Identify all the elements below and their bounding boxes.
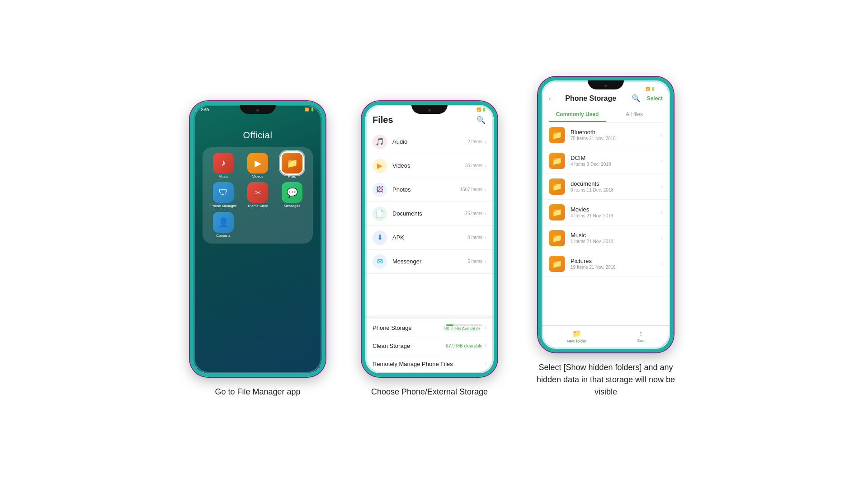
new-folder-button[interactable]: 📁 New folder bbox=[567, 329, 586, 343]
dcim-folder-info: DCIM 4 Items 3 Dec. 2018 bbox=[571, 155, 661, 167]
video-file-icon: ▶ bbox=[373, 159, 387, 173]
file-item-apk[interactable]: ⬇ APK 0 Items › bbox=[365, 226, 494, 250]
msg-file-icon: ✉ bbox=[373, 254, 387, 269]
folder-bluetooth[interactable]: 📁 Bluetooth 75 Items 21 Nov. 2018 › bbox=[542, 122, 670, 148]
folder-pictures[interactable]: 📁 Pictures 19 Items 21 Nov. 2018 › bbox=[542, 251, 670, 277]
videos-app-label: Videos bbox=[252, 175, 263, 179]
phone-storage-info: 90.2 GB Available bbox=[444, 326, 480, 331]
tab-commonly-used[interactable]: Commonly Used bbox=[549, 108, 606, 122]
file-item-photos[interactable]: 🖼 Photos 1507 Items › bbox=[365, 178, 494, 202]
msg-file-name: Messenger bbox=[392, 258, 467, 265]
notch-2 bbox=[411, 105, 448, 114]
phone-frame-1: 2:59 📶 🔋 Official ♪ Music bbox=[190, 101, 326, 377]
phone-manager-label: Phone Manager bbox=[211, 204, 236, 208]
audio-chevron: › bbox=[485, 139, 486, 145]
app-theme-store[interactable]: ✂ Theme Store bbox=[247, 182, 268, 208]
phone-wrapper-2: 2:59 📶 🔋 Files 🔍 🎵 Audio bbox=[362, 101, 497, 377]
phone-manager-icon: 🛡 bbox=[213, 182, 234, 203]
status-icons-1: 📶 🔋 bbox=[305, 108, 315, 112]
movies-folder-info: Movies 4 Items 21 Nov. 2018 bbox=[571, 206, 661, 218]
status-icons-3: 📶 🔋 bbox=[646, 87, 656, 91]
music-app-icon: ♪ bbox=[213, 153, 234, 174]
apk-file-icon: ⬇ bbox=[373, 230, 387, 245]
theme-store-label: Theme Store bbox=[247, 204, 268, 208]
remote-manage-name: Remotely Manage Phone Files bbox=[373, 361, 485, 367]
clean-storage-name: Clean Storage bbox=[373, 343, 446, 349]
apk-file-count: 0 Items bbox=[467, 235, 482, 240]
bluetooth-folder-icon: 📁 bbox=[549, 127, 565, 143]
caption-2: Choose Phone/External Storage bbox=[371, 386, 488, 398]
movies-folder-icon: 📁 bbox=[549, 204, 565, 221]
new-folder-icon: 📁 bbox=[572, 329, 581, 338]
doc-file-name: Documents bbox=[392, 210, 465, 217]
phones-row: 2:59 📶 🔋 Official ♪ Music bbox=[190, 77, 678, 398]
phone-storage-item[interactable]: Phone Storage 90.2 GB Available › bbox=[365, 319, 494, 337]
time-3: 3:00 bbox=[556, 87, 564, 91]
notch-3 bbox=[588, 80, 624, 89]
folder-dcim[interactable]: 📁 DCIM 4 Items 3 Dec. 2018 › bbox=[542, 148, 670, 174]
movies-folder-name: Movies bbox=[571, 206, 661, 213]
app-music[interactable]: ♪ Music bbox=[213, 153, 234, 179]
clean-storage-item[interactable]: Clean Storage 87.9 MB clearable › bbox=[365, 337, 494, 355]
tabs-row: Commonly Used All files bbox=[549, 108, 663, 122]
phone-storage-name: Phone Storage bbox=[373, 324, 444, 331]
dcim-folder-icon: 📁 bbox=[549, 153, 565, 169]
caption-1: Go to File Manager app bbox=[215, 386, 300, 398]
back-button[interactable]: ‹ bbox=[549, 95, 551, 102]
files-title: Files bbox=[373, 115, 393, 125]
doc-file-count: 26 Items bbox=[465, 211, 482, 216]
music-folder-info: Music 1 Items 21 Nov. 2018 bbox=[571, 232, 661, 244]
phone3-title: Phone Storage bbox=[565, 94, 616, 103]
phone3-footer: 📁 New folder ↕ Sort bbox=[542, 325, 670, 349]
caption-3: Select [Show hidden folders] and anyhidd… bbox=[533, 361, 678, 398]
doc-file-icon: 📄 bbox=[373, 206, 387, 221]
msg-chevron: › bbox=[485, 258, 486, 265]
phone3-nav-icons: 🔍 Select bbox=[631, 93, 663, 104]
movies-folder-meta: 4 Items 21 Nov. 2018 bbox=[571, 213, 661, 218]
dcim-folder-meta: 4 Items 3 Dec. 2018 bbox=[571, 162, 661, 167]
file-item-audio[interactable]: 🎵 Audio 2 Items › bbox=[365, 130, 494, 154]
pictures-folder-name: Pictures bbox=[571, 258, 661, 264]
app-grid: ♪ Music ▶ Videos 📁 Files bbox=[208, 153, 307, 238]
photo-chevron: › bbox=[485, 187, 486, 193]
phone-wrapper-3: 3:00 📶 🔋 ‹ Phone Storage 🔍 Select bbox=[538, 77, 674, 352]
phone-frame-3: 3:00 📶 🔋 ‹ Phone Storage 🔍 Select bbox=[538, 77, 674, 352]
apk-chevron: › bbox=[485, 235, 486, 241]
messages-label: Messages bbox=[284, 204, 300, 208]
files-app-label: Files bbox=[288, 175, 296, 179]
app-phone-manager[interactable]: 🛡 Phone Manager bbox=[211, 182, 236, 208]
select-button[interactable]: Select bbox=[647, 95, 663, 102]
search-icon-3[interactable]: 🔍 bbox=[631, 93, 642, 104]
audio-file-icon: 🎵 bbox=[373, 135, 387, 149]
file-item-documents[interactable]: 📄 Documents 26 Items › bbox=[365, 202, 494, 226]
folder-documents[interactable]: 📁 documents 0 Items 11 Dec. 2018 › bbox=[542, 174, 670, 200]
music-folder-icon: 📁 bbox=[549, 230, 565, 246]
search-icon[interactable]: 🔍 bbox=[476, 115, 486, 126]
sort-button[interactable]: ↕ Sort bbox=[637, 329, 645, 343]
documents-folder-icon: 📁 bbox=[549, 178, 565, 195]
tab-all-files[interactable]: All files bbox=[606, 108, 663, 122]
phone3-screen: 3:00 📶 🔋 ‹ Phone Storage 🔍 Select bbox=[542, 80, 670, 349]
documents-folder-meta: 0 Items 11 Dec. 2018 bbox=[571, 188, 661, 192]
music-app-label: Music bbox=[219, 175, 228, 179]
sort-icon: ↕ bbox=[639, 329, 643, 338]
pictures-folder-meta: 19 Items 21 Nov. 2018 bbox=[571, 265, 661, 270]
phone1-screen: 2:59 📶 🔋 Official ♪ Music bbox=[193, 105, 322, 373]
phone-section-2: 2:59 📶 🔋 Files 🔍 🎵 Audio bbox=[362, 101, 497, 398]
clean-storage-info: 87.9 MB clearable bbox=[446, 343, 482, 348]
phone2-screen: 2:59 📶 🔋 Files 🔍 🎵 Audio bbox=[365, 105, 494, 373]
app-videos[interactable]: ▶ Videos bbox=[247, 153, 268, 179]
app-messages[interactable]: 💬 Messages bbox=[282, 182, 302, 208]
folder-music[interactable]: 📁 Music 1 Items 21 Nov. 2018 › bbox=[542, 225, 670, 251]
photo-file-name: Photos bbox=[392, 186, 460, 193]
files-app-icon: 📁 bbox=[282, 153, 302, 174]
remote-manage-item[interactable]: Remotely Manage Phone Files › bbox=[365, 355, 494, 373]
files-list: 🎵 Audio 2 Items › ▶ Videos 35 Items › bbox=[365, 130, 494, 315]
audio-file-count: 2 Items bbox=[467, 139, 482, 144]
file-item-messenger[interactable]: ✉ Messenger 5 Items › bbox=[365, 250, 494, 274]
phone-section-3: 3:00 📶 🔋 ‹ Phone Storage 🔍 Select bbox=[533, 77, 678, 398]
folder-movies[interactable]: 📁 Movies 4 Items 21 Nov. 2018 › bbox=[542, 200, 670, 225]
app-files[interactable]: 📁 Files bbox=[282, 153, 302, 179]
app-contacts[interactable]: 👤 Contacts bbox=[213, 212, 234, 238]
file-item-videos[interactable]: ▶ Videos 35 Items › bbox=[365, 154, 494, 178]
